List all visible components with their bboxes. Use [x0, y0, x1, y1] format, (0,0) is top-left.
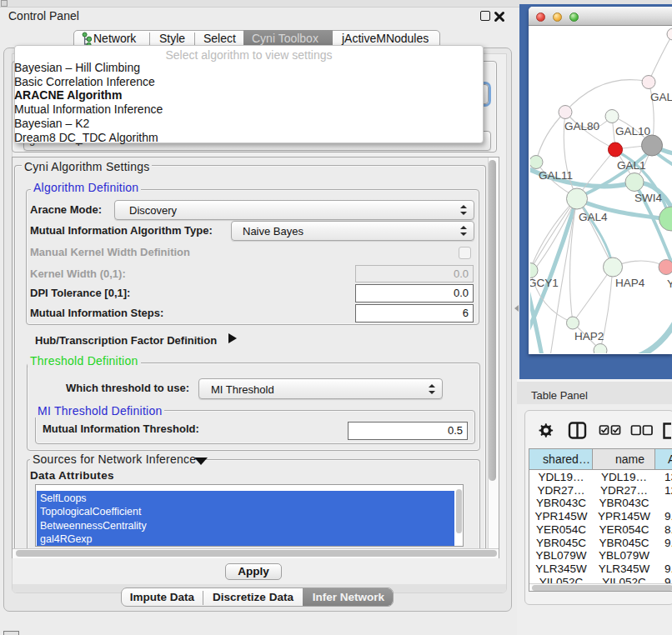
svg-text:GAL80: GAL80 [564, 120, 599, 132]
svg-text:HAP4: HAP4 [615, 277, 645, 289]
svg-text:GAL10: GAL10 [615, 125, 650, 138]
svg-text:GAL4: GAL4 [579, 211, 608, 223]
svg-text:GAL1: GAL1 [617, 159, 646, 172]
svg-text:YM: YM [667, 278, 672, 290]
svg-text:GCY1: GCY1 [530, 277, 559, 289]
svg-text:GAL11: GAL11 [539, 169, 573, 182]
svg-text:SWI4: SWI4 [634, 192, 662, 204]
svg-text:GAL2: GAL2 [650, 91, 672, 103]
svg-text:HAP2: HAP2 [574, 330, 604, 342]
